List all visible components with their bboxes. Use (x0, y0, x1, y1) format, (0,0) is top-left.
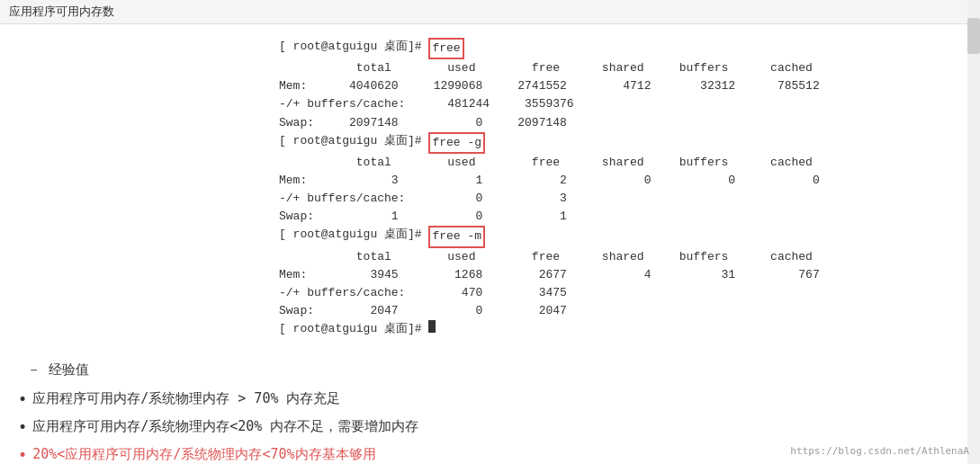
terminal-row-2-header: total used free shared buffers cached (279, 154, 962, 172)
bullet-1-symbol: • (18, 388, 27, 412)
terminal-row-1-mem: Mem: 4040620 1299068 2741552 4712 32312 … (279, 77, 962, 95)
terminal-row-1-prompt: [ root@atguigu 桌面]# free (279, 38, 962, 59)
final-prompt: [ root@atguigu 桌面]# (279, 320, 428, 338)
cmd-1: free (428, 38, 463, 59)
terminal-row-2-mem: Mem: 3 1 2 0 0 0 (279, 172, 962, 190)
terminal-row-2-bufcache: -/+ buffers/cache: 0 3 (279, 190, 962, 208)
bullet-3-symbol: • (18, 443, 27, 464)
swap-1: Swap: 2097148 0 2097148 (279, 114, 567, 132)
main-content: [ root@atguigu 桌面]# free total used free… (0, 24, 980, 461)
prompt-2: [ root@atguigu 桌面]# (279, 132, 428, 154)
cmd-highlight-3: free -m (428, 226, 485, 247)
terminal-row-3-header: total used free shared buffers cached (279, 248, 962, 266)
scrollbar[interactable] (967, 0, 980, 464)
cmd-highlight-1: free (428, 38, 463, 59)
terminal-row-3-bufcache: -/+ buffers/cache: 470 3475 (279, 284, 962, 302)
bufcache-1: -/+ buffers/cache: 481244 3559376 (279, 95, 574, 113)
dash-rule-line: － 经验值 (18, 359, 962, 382)
terminal-row-1-header: total used free shared buffers cached (279, 59, 962, 77)
terminal-section: [ root@atguigu 桌面]# free total used free… (0, 33, 980, 343)
header-2: total used free shared buffers cached (279, 154, 813, 172)
bufcache-2: -/+ buffers/cache: 0 3 (279, 190, 567, 208)
terminal-final-prompt-row: [ root@atguigu 桌面]# (279, 320, 962, 338)
terminal-row-1-bufcache: -/+ buffers/cache: 481244 3559376 (279, 95, 962, 113)
scrollbar-thumb[interactable] (967, 18, 980, 54)
terminal-row-2-prompt: [ root@atguigu 桌面]# free -g (279, 132, 962, 154)
bullet-line-2: • 应用程序可用内存/系统物理内存<20% 内存不足，需要增加内存 (18, 415, 962, 440)
swap-3: Swap: 2047 0 2047 (279, 302, 567, 320)
watermark: https://blog.csdn.net/AthlenaA (790, 445, 969, 457)
terminal-row-1-swap: Swap: 2097148 0 2097148 (279, 114, 962, 132)
terminal-row-2-swap: Swap: 1 0 1 (279, 208, 962, 226)
prompt-3: [ root@atguigu 桌面]# (279, 226, 428, 247)
bullet-line-1: • 应用程序可用内存/系统物理内存 > 70% 内存充足 (18, 388, 962, 412)
cmd-3: free -m (428, 226, 485, 247)
bullet-1-text: 应用程序可用内存/系统物理内存 > 70% 内存充足 (32, 388, 340, 411)
prompt-1: [ root@atguigu 桌面]# (279, 38, 428, 59)
bullet-2-symbol: • (18, 415, 27, 440)
bufcache-3: -/+ buffers/cache: 470 3475 (279, 284, 567, 302)
watermark-text: https://blog.csdn.net/AthlenaA (790, 445, 969, 457)
swap-2: Swap: 1 0 1 (279, 208, 567, 226)
bullet-3-text: 20%<应用程序可用内存/系统物理内存<70%内存基本够用 (32, 443, 375, 464)
cursor (428, 320, 436, 333)
header-1: total used free shared buffers cached (279, 59, 813, 77)
mem-3: Mem: 3945 1268 2677 4 31 767 (279, 266, 820, 284)
dash-rule-text: － 经验值 (27, 361, 89, 378)
bullet-2-text: 应用程序可用内存/系统物理内存<20% 内存不足，需要增加内存 (32, 415, 418, 439)
terminal-row-3-mem: Mem: 3945 1268 2677 4 31 767 (279, 266, 962, 284)
mem-2: Mem: 3 1 2 0 0 0 (279, 172, 820, 190)
terminal-row-3-prompt: [ root@atguigu 桌面]# free -m (279, 226, 962, 247)
cmd-2: free -g (428, 132, 485, 154)
header-3: total used free shared buffers cached (279, 248, 813, 266)
cmd-highlight-2: free -g (428, 132, 485, 154)
title-text: 应用程序可用内存数 (9, 4, 114, 18)
mem-1: Mem: 4040620 1299068 2741552 4712 32312 … (279, 77, 820, 95)
title-bar: 应用程序可用内存数 (0, 0, 980, 24)
terminal-row-3-swap: Swap: 2047 0 2047 (279, 302, 962, 320)
